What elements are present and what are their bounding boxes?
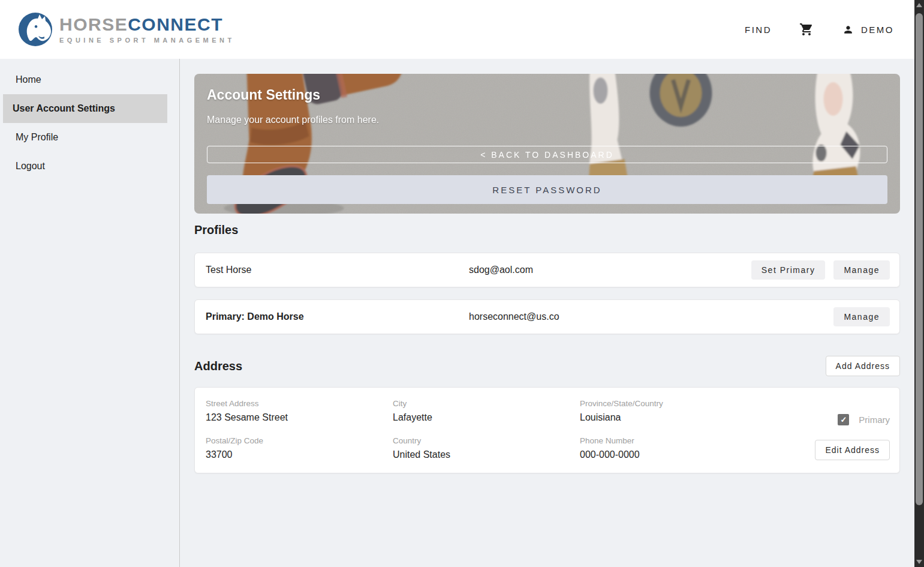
checkmark-icon: ✓ bbox=[840, 415, 847, 424]
page-subtitle: Manage your account profiles from here. bbox=[207, 115, 379, 125]
add-address-button[interactable]: Add Address bbox=[826, 356, 900, 376]
profile-name: Test Horse bbox=[206, 265, 469, 275]
profile-email: horseconnect@us.co bbox=[469, 311, 833, 322]
city-field: City Lafayette bbox=[393, 399, 432, 423]
primary-address-toggle-row: ✓ Primary bbox=[838, 414, 890, 425]
horse-head-logo-icon bbox=[18, 12, 53, 47]
person-icon bbox=[842, 24, 854, 35]
account-name-label: DEMO bbox=[861, 25, 894, 35]
primary-checkbox[interactable]: ✓ bbox=[838, 414, 849, 425]
logo-title: HORSECONNECT bbox=[59, 16, 235, 34]
sidebar-item-home[interactable]: Home bbox=[3, 65, 167, 94]
postal-zip-field: Postal/Zip Code 33700 bbox=[206, 436, 263, 460]
sidebar-item-my-profile[interactable]: My Profile bbox=[3, 123, 167, 152]
scrollbar-down-arrow-icon[interactable] bbox=[916, 560, 922, 564]
address-heading: Address bbox=[194, 359, 242, 373]
app-window: HORSECONNECT EQUINE SPORT MANAGEMENT FIN… bbox=[0, 0, 914, 567]
header-nav: FIND DEMO bbox=[745, 22, 894, 37]
cart-button[interactable] bbox=[799, 22, 814, 37]
primary-checkbox-label: Primary bbox=[859, 415, 890, 425]
sidebar: Home User Account Settings My Profile Lo… bbox=[0, 59, 180, 567]
set-primary-button[interactable]: Set Primary bbox=[751, 260, 826, 280]
hero-banner: Account Settings Manage your account pro… bbox=[194, 74, 900, 214]
find-link[interactable]: FIND bbox=[745, 25, 772, 35]
edit-address-button[interactable]: Edit Address bbox=[815, 440, 890, 460]
horseconnect-logo[interactable]: HORSECONNECT EQUINE SPORT MANAGEMENT bbox=[18, 12, 235, 47]
profile-name: Primary: Demo Horse bbox=[206, 311, 469, 322]
top-header: HORSECONNECT EQUINE SPORT MANAGEMENT FIN… bbox=[0, 0, 914, 59]
window-scrollbar[interactable] bbox=[914, 0, 924, 567]
address-card: Street Address 123 Sesame Street City La… bbox=[194, 387, 900, 473]
logo-subtitle: EQUINE SPORT MANAGEMENT bbox=[59, 37, 235, 44]
profile-email: sdog@aol.com bbox=[469, 265, 751, 275]
manage-button[interactable]: Manage bbox=[833, 260, 890, 280]
logo-text: HORSECONNECT EQUINE SPORT MANAGEMENT bbox=[59, 16, 235, 44]
back-to-dashboard-button[interactable]: < BACK TO DASHBOARD bbox=[207, 146, 887, 163]
profile-row-test-horse: Test Horse sdog@aol.com Set Primary Mana… bbox=[194, 253, 900, 287]
profiles-heading: Profiles bbox=[194, 223, 900, 237]
page-title: Account Settings bbox=[207, 87, 320, 103]
reset-password-button[interactable]: RESET PASSWORD bbox=[207, 175, 887, 204]
profile-row-demo-horse: Primary: Demo Horse horseconnect@us.co M… bbox=[194, 299, 900, 334]
sidebar-item-user-account-settings[interactable]: User Account Settings bbox=[3, 94, 167, 123]
scrollbar-up-arrow-icon[interactable] bbox=[916, 3, 922, 7]
manage-button[interactable]: Manage bbox=[833, 307, 890, 326]
phone-number-field: Phone Number 000-000-0000 bbox=[580, 436, 640, 460]
province-state-country-field: Province/State/Country Louisiana bbox=[580, 399, 663, 423]
main-content: Account Settings Manage your account pro… bbox=[180, 59, 914, 567]
country-field: Country United States bbox=[393, 436, 450, 460]
sidebar-item-logout[interactable]: Logout bbox=[3, 152, 167, 181]
cart-icon bbox=[799, 22, 814, 37]
street-address-field: Street Address 123 Sesame Street bbox=[206, 399, 288, 423]
scrollbar-thumb[interactable] bbox=[916, 13, 923, 505]
account-menu-button[interactable]: DEMO bbox=[842, 24, 894, 35]
